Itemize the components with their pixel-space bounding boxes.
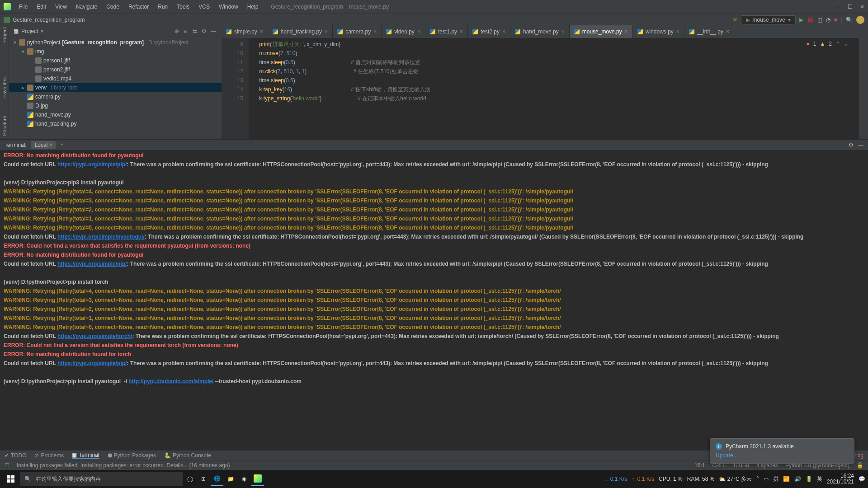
- coverage-button[interactable]: ◰: [817, 17, 822, 23]
- menu-navigate[interactable]: Navigate: [72, 2, 101, 12]
- search-icon: 🔍: [24, 476, 31, 482]
- avatar-icon[interactable]: [856, 16, 864, 24]
- editor-tab[interactable]: __init__.py×: [684, 25, 734, 38]
- tray-notifications-icon[interactable]: 💬: [859, 476, 865, 482]
- search-everywhere-icon[interactable]: 🔍: [846, 17, 853, 23]
- menu-vcs[interactable]: VCS: [195, 2, 213, 12]
- menu-view[interactable]: View: [52, 2, 71, 12]
- menu-code[interactable]: Code: [103, 2, 123, 12]
- update-notification[interactable]: iPyCharm 2021.1.3 available Update...: [710, 438, 854, 464]
- editor-tab[interactable]: hand_move.py×: [510, 25, 570, 38]
- tree-item[interactable]: person1.jfif: [9, 56, 222, 65]
- tree-item[interactable]: person2.jfif: [9, 65, 222, 74]
- tool-favorites[interactable]: Favorites: [2, 77, 7, 98]
- menu-run[interactable]: Run: [154, 2, 171, 12]
- code-content[interactable]: print('屏幕尺寸为: ', x_dim, y_dim) m.move(7,…: [249, 38, 859, 139]
- hide-icon[interactable]: —: [211, 28, 217, 34]
- start-button[interactable]: [3, 472, 19, 486]
- tree-item[interactable]: hand_move.py: [9, 110, 222, 119]
- menu-help[interactable]: Help: [244, 2, 262, 12]
- minimize-button[interactable]: —: [835, 4, 840, 10]
- main-menu: FileEditViewNavigateCodeRefactorRunTools…: [15, 2, 262, 12]
- taskbar-pycharm[interactable]: [251, 472, 264, 486]
- collapse-all-icon[interactable]: ⇆: [193, 28, 199, 34]
- tool-project[interactable]: Project: [2, 27, 7, 42]
- taskbar-clock[interactable]: 16:242021/10/21: [827, 473, 854, 485]
- taskbar-explorer[interactable]: 📁: [224, 472, 237, 486]
- main-split: Project Favorites Structure ▦ Project ▾ …: [0, 25, 868, 139]
- lock-icon[interactable]: 🔓: [857, 462, 863, 469]
- terminal-output[interactable]: ERROR: No matching distribution found fo…: [0, 150, 868, 450]
- project-tree[interactable]: ▾ pythonProject [Gesture_recognition_pro…: [9, 37, 222, 139]
- tray-chevron-icon[interactable]: ˄: [756, 476, 759, 482]
- notification-update-link[interactable]: Update...: [716, 452, 849, 459]
- terminal-title: Terminal:: [5, 142, 27, 148]
- tree-item[interactable]: vedio1.mp4: [9, 74, 222, 83]
- tray-lang-icon[interactable]: ▭: [764, 476, 769, 482]
- tree-item[interactable]: ▾ img: [9, 47, 222, 56]
- tree-item[interactable]: D.jpg: [9, 101, 222, 110]
- tool-python-console[interactable]: 🐍 Python Console: [164, 452, 211, 459]
- taskbar-chrome[interactable]: ◉: [238, 472, 250, 486]
- editor-tab[interactable]: camera.py×: [333, 25, 382, 38]
- project-icon: [4, 17, 10, 23]
- editor-tab[interactable]: windows.py×: [633, 25, 684, 38]
- terminal-tab-local[interactable]: Local ×: [31, 141, 56, 149]
- menu-refactor[interactable]: Refactor: [125, 2, 152, 12]
- editor-tab[interactable]: mouse_move.py×: [570, 25, 633, 38]
- editor-tab[interactable]: video.py×: [382, 25, 425, 38]
- select-opened-file-icon[interactable]: ⊕: [175, 28, 181, 34]
- editor-tab[interactable]: test1.py×: [425, 25, 468, 38]
- tree-item[interactable]: ▾ pythonProject [Gesture_recognition_pro…: [9, 38, 222, 47]
- editor-tab[interactable]: test2.py×: [468, 25, 510, 38]
- menu-window[interactable]: Window: [215, 2, 242, 12]
- breadcrumb-root[interactable]: Gesture_recognition_program: [13, 17, 85, 23]
- status-toggle-icon[interactable]: ☐: [5, 462, 9, 469]
- net-down: ↓: 0.1 K/s: [604, 476, 627, 482]
- run-button[interactable]: ▶: [799, 17, 803, 23]
- tool-structure[interactable]: Structure: [2, 116, 7, 136]
- debug-button[interactable]: 🐞: [807, 17, 814, 23]
- tray-volume-icon[interactable]: 🔊: [794, 476, 801, 482]
- tree-item[interactable]: hand_tracking.py: [9, 119, 222, 128]
- tray-wifi-icon[interactable]: 📶: [783, 476, 790, 482]
- terminal-hide-icon[interactable]: —: [858, 142, 863, 148]
- tray-battery-icon[interactable]: 🔋: [806, 476, 812, 482]
- run-config-selector[interactable]: ▶ mouse_move ▾: [741, 15, 796, 24]
- taskbar-search[interactable]: 🔍 在这里输入你要搜索的内容: [20, 472, 183, 486]
- weather-widget[interactable]: ⛅ 27°C 多云: [719, 475, 752, 483]
- status-message[interactable]: Installing packages failed: Installing p…: [17, 462, 230, 469]
- tray-ime2-icon[interactable]: 英: [817, 475, 822, 483]
- tool-terminal[interactable]: ▣ Terminal: [72, 452, 99, 459]
- net-up: ↑: 0.1 K/s: [632, 476, 654, 482]
- inspections-widget[interactable]: ●1 ▲2 ⌃⌄: [806, 41, 848, 47]
- tool-todo[interactable]: ✔ TODO: [5, 452, 26, 459]
- taskbar-edge[interactable]: 🌐: [211, 472, 223, 486]
- cpu-usage: CPU: 1 %: [659, 476, 683, 482]
- maximize-button[interactable]: ☐: [848, 4, 853, 10]
- error-count: 1: [813, 41, 816, 47]
- terminal-settings-icon[interactable]: ⚙: [849, 142, 854, 148]
- expand-all-icon[interactable]: ≡: [184, 28, 190, 34]
- stop-button[interactable]: ■: [834, 17, 837, 23]
- tray-ime-icon[interactable]: 拼: [773, 475, 778, 483]
- caret-position[interactable]: 16:1: [694, 462, 705, 469]
- tree-item[interactable]: camera.py: [9, 92, 222, 101]
- tool-python-packages[interactable]: ⬢ Python Packages: [108, 452, 156, 459]
- tree-item[interactable]: ▸ venvlibrary root: [9, 83, 222, 92]
- code-editor[interactable]: 9101112131415 print('屏幕尺寸为: ', x_dim, y_…: [222, 38, 859, 139]
- menu-tools[interactable]: Tools: [173, 2, 193, 12]
- menu-file[interactable]: File: [15, 2, 31, 12]
- profile-button[interactable]: ◔: [826, 17, 830, 23]
- menu-edit[interactable]: Edit: [33, 2, 50, 12]
- settings-icon[interactable]: ⚙: [202, 28, 208, 34]
- cortana-icon[interactable]: ⊞: [197, 472, 210, 486]
- task-view-icon[interactable]: ◯: [184, 472, 196, 486]
- hammer-icon[interactable]: ⚒: [732, 17, 737, 23]
- editor-tab[interactable]: simple.py×: [222, 25, 268, 38]
- right-tool-strip: [859, 25, 868, 139]
- close-button[interactable]: ✕: [860, 4, 864, 10]
- terminal-new-tab[interactable]: +: [60, 142, 63, 148]
- editor-tab[interactable]: hand_tracking.py×: [268, 25, 333, 38]
- tool-problems[interactable]: ⊘ Problems: [34, 452, 64, 459]
